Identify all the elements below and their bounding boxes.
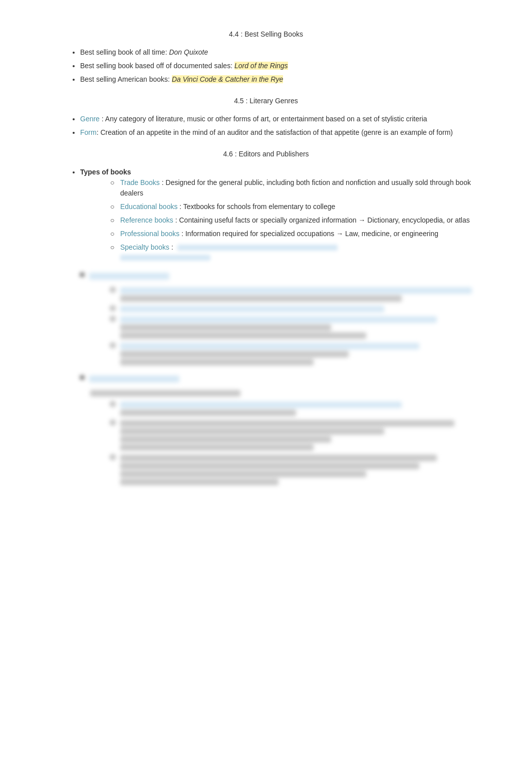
educational-books-link[interactable]: Educational books [120,203,177,211]
blurred-section-1 [80,273,472,365]
section-44-list: Best selling book of all time: Don Quixo… [80,47,472,85]
educational-books-text: : Textbooks for schools from elementary … [177,203,335,211]
blurred-circle-row-5 [110,402,472,416]
item-text: Best selling book of all time: [80,48,169,56]
blurred-circle-icon-4 [110,343,115,348]
specialty-blurred-text [177,245,338,251]
blurred-circle-icon-3 [110,316,115,321]
professional-books-text: : Information required for specialized o… [179,230,438,238]
blurred-bullet-row-1 [80,273,472,281]
list-item: Genre : Any category of literature, musi… [80,114,472,124]
blurred-sub-items-2 [110,402,472,485]
blurred-circle-content-4 [120,343,472,365]
blurred-circle-content [120,287,472,302]
blurred-circle-icon-6 [110,420,115,425]
section-45: 4.5 : Literary Genres Genre : Any catego… [60,97,472,138]
blurred-circle-row-3 [110,316,472,339]
blurred-circle-row-2 [110,306,472,312]
blurred-section-2 [80,375,472,485]
specialty-blurred-line2 [120,255,472,261]
section-46: 4.6 : Editors and Publishers Types of bo… [60,150,472,261]
genre-text: : Any category of literature, music or o… [100,115,427,123]
form-text: : Creation of an appetite in the mind of… [97,128,453,136]
item-italic-highlight: Da Vinci Code & Catcher in the Rye [172,75,283,83]
section-44: 4.4 : Best Selling Books Best selling bo… [60,30,472,85]
blurred-bullet-icon-2 [80,375,84,379]
list-item: Best selling American books: Da Vinci Co… [80,74,472,85]
section-45-heading: 4.5 : Literary Genres [60,97,472,105]
blurred-bullet-row-2 [80,375,472,384]
types-of-books-item: Types of books Trade Books : Designed fo… [80,167,472,261]
blurred-bullet-icon [80,273,84,277]
form-link[interactable]: Form [80,128,97,136]
specialty-books-link[interactable]: Specialty books [120,243,169,251]
educational-books-item: Educational books : Textbooks for school… [110,202,472,212]
blurred-circle-content-6 [120,420,472,451]
professional-books-item: Professional books : Information require… [110,229,472,239]
section-46-heading: 4.6 : Editors and Publishers [60,150,472,158]
reference-books-text: : Containing useful facts or specially o… [173,216,470,224]
blurred-bullet-content-2 [89,375,472,384]
blurred-circle-icon-7 [110,455,115,460]
list-item: Best selling book of all time: Don Quixo… [80,47,472,58]
section-46-list: Types of books Trade Books : Designed fo… [80,167,472,261]
trade-books-link[interactable]: Trade Books [120,178,160,186]
reference-books-item: Reference books : Containing useful fact… [110,215,472,226]
item-italic-highlight: Lord of the Rings [234,62,288,70]
blurred-circle-row-6 [110,420,472,451]
trade-books-item: Trade Books : Designed for the general p… [110,177,472,199]
item-text: Best selling book based off of documente… [80,62,234,70]
reference-books-link[interactable]: Reference books [120,216,173,224]
blurred-sub-heading [90,390,472,397]
types-list: Trade Books : Designed for the general p… [110,177,472,261]
trade-books-text: : Designed for the general public, inclu… [120,178,471,197]
genre-link[interactable]: Genre [80,115,100,123]
blurred-sub-items-1 [110,287,472,365]
section-45-list: Genre : Any category of literature, musi… [80,114,472,138]
blurred-circle-content-5 [120,402,472,416]
list-item: Form: Creation of an appetite in the min… [80,127,472,138]
types-heading: Types of books [80,168,131,176]
blurred-circle-icon-5 [110,402,115,407]
section-44-heading: 4.4 : Best Selling Books [60,30,472,38]
blurred-circle-content-3 [120,316,472,339]
specialty-books-text: : [169,243,175,251]
blurred-circle-icon [110,287,115,292]
blurred-circle-row-1 [110,287,472,302]
item-text: Best selling American books: [80,75,172,83]
professional-books-link[interactable]: Professional books [120,230,179,238]
specialty-books-item: Specialty books : [110,242,472,261]
blurred-circle-row-4 [110,343,472,365]
blurred-circle-content-7 [120,455,472,485]
list-item: Best selling book based off of documente… [80,61,472,71]
blurred-bullet-content [89,273,472,281]
blurred-circle-icon-2 [110,306,115,311]
item-italic: Don Quixote [169,48,208,56]
blurred-circle-content-2 [120,306,472,312]
blurred-circle-row-7 [110,455,472,485]
